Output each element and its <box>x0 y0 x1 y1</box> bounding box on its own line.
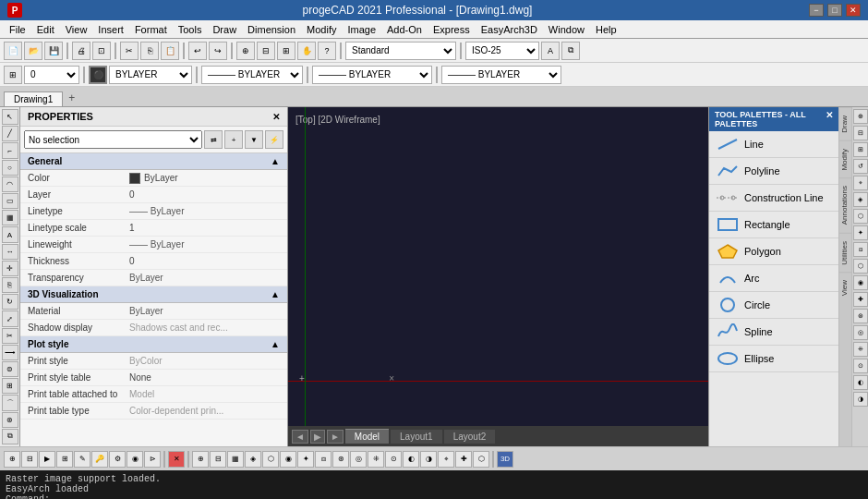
tab-layout2[interactable]: Layout2 <box>444 430 496 444</box>
bt-btn12[interactable]: ⊟ <box>210 451 226 468</box>
menu-insert[interactable]: Insert <box>92 22 129 37</box>
lt-text-btn[interactable]: A <box>2 226 18 242</box>
menu-edit[interactable]: Edit <box>31 22 60 37</box>
viewport[interactable]: [Top] [2D Wireframe] + × ◄ ▶ ► Model Lay… <box>288 107 708 446</box>
bt-btn4[interactable]: ⊞ <box>56 451 73 468</box>
tp-close-icon[interactable]: ✕ <box>826 110 833 128</box>
rt-btn16[interactable]: ⊙ <box>853 359 868 373</box>
lt-line-btn[interactable]: ╱ <box>2 126 18 141</box>
layer-num-select[interactable]: 0 <box>24 66 79 84</box>
lt-polyline-btn[interactable]: ⌐ <box>2 142 18 158</box>
lt-scale-btn[interactable]: ⤢ <box>2 310 18 326</box>
zoom-window-btn[interactable]: ⊕ <box>236 42 255 60</box>
prop-printstyle-value[interactable]: ByColor <box>129 356 280 366</box>
menu-file[interactable]: File <box>4 22 31 37</box>
bt-btn7[interactable]: ⚙ <box>109 451 126 468</box>
menu-modify[interactable]: Modify <box>301 22 342 37</box>
prop-material-value[interactable]: ByLayer <box>129 306 280 316</box>
print-btn[interactable]: 🖨 <box>72 42 90 60</box>
drawing-tab[interactable]: Drawing1 <box>4 91 63 106</box>
prop-color-value[interactable]: ByLayer <box>129 173 280 184</box>
bt-btn23[interactable]: ◐ <box>403 451 419 468</box>
rt-btn15[interactable]: ⁜ <box>853 342 868 357</box>
menu-dimension[interactable]: Dimension <box>242 22 301 37</box>
menu-easyarch3d[interactable]: EasyArch3D <box>476 22 543 37</box>
bt-btn21[interactable]: ⁜ <box>368 451 384 468</box>
rt-btn2[interactable]: ⊟ <box>853 126 868 140</box>
prop-tabletype-value[interactable]: Color-dependent prin... <box>129 406 280 416</box>
rt-btn13[interactable]: ⊛ <box>853 309 868 323</box>
rt-btn1[interactable]: ⊕ <box>853 109 868 124</box>
bt-btn20[interactable]: ◎ <box>350 451 367 468</box>
redo-btn[interactable]: ↪ <box>209 42 227 60</box>
menu-addon[interactable]: Add-On <box>381 22 428 37</box>
bt-btn3[interactable]: ▶ <box>39 451 55 468</box>
bt-btn6[interactable]: 🔑 <box>91 451 108 468</box>
lt-extend-btn[interactable]: ⟶ <box>2 345 18 360</box>
print-prev-btn[interactable]: ⊡ <box>92 42 111 60</box>
prop-layer-value[interactable]: 0 <box>129 189 280 200</box>
tp-arc[interactable]: Arc <box>709 265 838 292</box>
lt-arc-btn[interactable]: ◠ <box>2 176 18 192</box>
rt-btn10[interactable]: ⬡ <box>853 259 868 274</box>
rt-btn3[interactable]: ⊞ <box>853 142 868 157</box>
tp-polyline[interactable]: Polyline <box>709 158 838 185</box>
lt-array-btn[interactable]: ⊞ <box>2 378 18 394</box>
props-filter-btn[interactable]: ▼ <box>245 130 263 149</box>
lt-select-btn[interactable]: ↖ <box>2 109 18 125</box>
bt-btn17[interactable]: ✦ <box>297 451 314 468</box>
bt-btn15[interactable]: ⬡ <box>262 451 279 468</box>
rt-btn18[interactable]: ◑ <box>853 392 868 407</box>
menu-format[interactable]: Format <box>129 22 173 37</box>
tp-tab-view[interactable]: View <box>839 272 851 303</box>
tp-tab-modify[interactable]: Modify <box>839 140 851 178</box>
bt-btn14[interactable]: ◈ <box>245 451 261 468</box>
lt-trim-btn[interactable]: ✂ <box>2 328 18 344</box>
pan-btn[interactable]: ✋ <box>297 42 316 60</box>
prop-shadow-value[interactable]: Shadows cast and rec... <box>129 323 280 333</box>
tp-ellipse[interactable]: Ellipse <box>709 346 838 372</box>
standard-select[interactable]: Standard <box>345 42 456 60</box>
minimize-button[interactable]: − <box>809 4 824 17</box>
layer-btn[interactable]: ⊞ <box>4 66 22 84</box>
rt-btn5[interactable]: ⌖ <box>853 176 868 190</box>
nav-play-btn[interactable]: ▶ <box>310 430 325 444</box>
bt-btn22[interactable]: ⊙ <box>385 451 402 468</box>
bt-btn10[interactable]: ✕ <box>168 451 185 468</box>
status-line3[interactable]: Command: <box>6 494 862 499</box>
rt-btn12[interactable]: ✚ <box>853 292 868 307</box>
zoom-all-btn[interactable]: ⊟ <box>257 42 275 60</box>
copy-btn[interactable]: ⎘ <box>140 42 159 60</box>
tab-model[interactable]: Model <box>345 429 389 444</box>
prop-tableattached-value[interactable]: Model <box>129 389 280 399</box>
zoom-real-btn[interactable]: ⊞ <box>277 42 295 60</box>
plot-section-header[interactable]: Plot style ▲ <box>20 336 287 353</box>
bt-btn9[interactable]: ⊳ <box>144 451 161 468</box>
lt-dim-btn[interactable]: ↔ <box>2 244 18 260</box>
lt-move-btn[interactable]: ✛ <box>2 261 18 276</box>
iso-select[interactable]: ISO-25 <box>465 42 539 60</box>
color-picker-btn[interactable]: ⚫ <box>89 66 107 84</box>
lt-copy2-btn[interactable]: ⎘ <box>2 277 18 293</box>
selection-dropdown[interactable]: No selection <box>24 130 202 149</box>
text-style-btn[interactable]: A <box>541 42 560 60</box>
bt-btn16[interactable]: ◉ <box>280 451 296 468</box>
close-button[interactable]: ✕ <box>846 4 861 17</box>
undo-btn[interactable]: ↩ <box>188 42 207 60</box>
tp-line[interactable]: Line <box>709 131 838 158</box>
general-section-header[interactable]: General ▲ <box>20 153 287 170</box>
bt-btn13[interactable]: ▦ <box>227 451 244 468</box>
lt-explode-btn[interactable]: ⊛ <box>2 412 18 428</box>
menu-tools[interactable]: Tools <box>173 22 208 37</box>
menu-help[interactable]: Help <box>590 22 622 37</box>
bt-btn19[interactable]: ⊛ <box>332 451 349 468</box>
bt-btn24[interactable]: ◑ <box>420 451 437 468</box>
bt-btn11[interactable]: ⊕ <box>192 451 209 468</box>
props-toggle-btn[interactable]: ⇄ <box>204 130 223 149</box>
help-btn[interactable]: ? <box>318 42 336 60</box>
bt-btn5[interactable]: ✎ <box>74 451 90 468</box>
nav-prev-btn[interactable]: ◄ <box>292 430 308 444</box>
bt-btn27[interactable]: ⬡ <box>473 451 489 468</box>
paste-btn[interactable]: 📋 <box>161 42 179 60</box>
tp-rectangle[interactable]: Rectangle <box>709 212 838 238</box>
